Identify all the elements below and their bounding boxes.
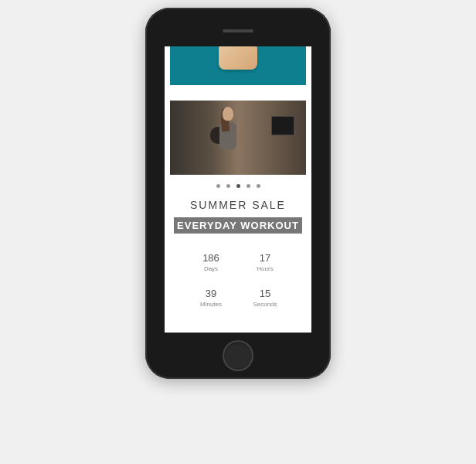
countdown-days-value: 186 <box>188 252 234 264</box>
carousel-dot-4[interactable] <box>257 184 260 188</box>
countdown-seconds-label: Seconds <box>242 301 288 308</box>
carousel <box>165 101 311 188</box>
phone-speaker <box>223 29 253 32</box>
countdown-hours: 17 Hours <box>242 252 288 272</box>
phone-top-bezel <box>153 15 323 46</box>
carousel-pagination <box>165 184 311 188</box>
workout-title-wrap: EVERYDAY WORKOUT <box>165 217 311 234</box>
countdown-days: 186 Days <box>188 252 234 272</box>
workout-title: EVERYDAY WORKOUT <box>174 217 302 234</box>
slide-head-shape <box>223 107 233 121</box>
carousel-dot-0[interactable] <box>216 184 220 188</box>
carousel-dot-1[interactable] <box>226 184 230 188</box>
phone-device-frame: SUMMER SALE EVERYDAY WORKOUT 186 Days 17… <box>145 8 331 379</box>
sale-heading: SUMMER SALE <box>165 199 311 211</box>
countdown-timer: 186 Days 17 Hours 39 Minutes 15 Seconds <box>165 252 311 308</box>
countdown-minutes: 39 Minutes <box>188 288 234 308</box>
phone-screen[interactable]: SUMMER SALE EVERYDAY WORKOUT 186 Days 17… <box>165 46 311 333</box>
countdown-seconds: 15 Seconds <box>242 288 288 308</box>
countdown-seconds-value: 15 <box>242 288 288 299</box>
countdown-hours-value: 17 <box>242 252 288 264</box>
hero-banner[interactable] <box>170 46 306 85</box>
countdown-hours-label: Hours <box>242 265 288 272</box>
countdown-days-label: Days <box>188 265 234 272</box>
countdown-minutes-label: Minutes <box>188 301 234 308</box>
countdown-minutes-value: 39 <box>188 288 234 299</box>
slide-monitor-shape <box>271 116 294 135</box>
carousel-dot-2[interactable] <box>236 184 240 188</box>
phone-home-button[interactable] <box>223 340 253 371</box>
carousel-slide-image[interactable] <box>170 101 306 175</box>
slide-person-shape <box>209 107 240 169</box>
hero-product-image <box>219 46 257 70</box>
carousel-dot-3[interactable] <box>246 184 250 188</box>
